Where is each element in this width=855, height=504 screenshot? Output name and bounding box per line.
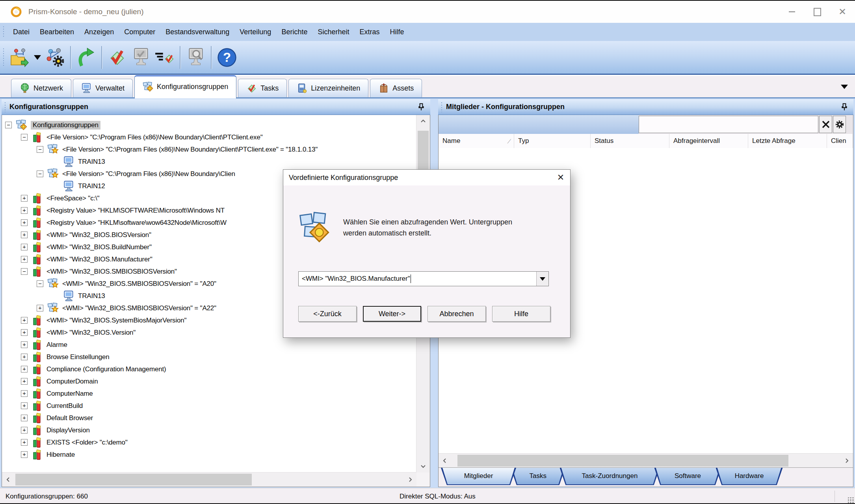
tree-horizontal-scrollbar[interactable] [2, 472, 416, 487]
column-header-letzte abfrage[interactable]: Letzte Abfrage [748, 134, 827, 148]
tree-row[interactable]: +Browse Einstellungen [2, 351, 416, 363]
tree-item-label[interactable]: <WMI> "Win32_BIOS.Manufacturer" [46, 256, 152, 263]
expand-plus-icon[interactable]: + [21, 195, 28, 202]
filter-settings-button[interactable] [833, 116, 846, 133]
expand-plus-icon[interactable]: + [21, 256, 28, 263]
menu-item-datei[interactable]: Datei [8, 23, 35, 41]
expand-plus-icon[interactable]: + [21, 354, 28, 360]
right-panel-header[interactable]: Mitglieder - Konfigurationsgruppen [438, 99, 853, 115]
collapse-minus-icon[interactable]: − [37, 146, 43, 153]
tree-item-label[interactable]: <FreeSpace> "c:\" [46, 195, 99, 202]
expand-plus-icon[interactable]: + [21, 341, 28, 348]
expand-plus-icon[interactable]: + [21, 427, 28, 434]
menu-item-bearbeiten[interactable]: Bearbeiten [35, 23, 79, 41]
tree-item-label[interactable]: ComputerName [46, 390, 93, 398]
expand-plus-icon[interactable]: + [21, 378, 28, 385]
scroll-right-icon[interactable] [404, 472, 416, 487]
collapse-minus-icon[interactable]: − [21, 134, 28, 141]
dialog-button-hilfe[interactable]: Hilfe [492, 306, 550, 322]
expand-plus-icon[interactable]: + [37, 305, 43, 311]
tree-row[interactable]: TRAIN13 [2, 156, 416, 168]
collapse-minus-icon[interactable]: − [37, 280, 43, 287]
tree-item-label[interactable]: <File Version> "C:\Program Files (x86)\N… [62, 146, 318, 154]
tree-item-label[interactable]: Browse Einstellungen [46, 353, 109, 361]
group-by-area[interactable] [439, 115, 639, 134]
network-gear-button[interactable] [43, 45, 67, 70]
tree-item-label[interactable]: CurrentBuild [46, 402, 83, 410]
tab-overflow-button[interactable] [841, 85, 848, 89]
minimize-button[interactable] [779, 1, 805, 23]
collapse-minus-icon[interactable]: − [21, 268, 28, 275]
tree-item-label[interactable]: <WMI> "Win32_BIOS.BIOSVersion" [46, 231, 151, 239]
monitor-check-button[interactable] [129, 45, 153, 70]
scrollbar-thumb[interactable] [457, 455, 788, 467]
expand-plus-icon[interactable]: + [21, 402, 28, 409]
tree-item-label[interactable]: <File Version> "C:\Program Files (x86)\N… [62, 170, 235, 178]
monitor-search-button[interactable] [184, 45, 208, 70]
bottom-tab-tasks[interactable]: Tasks [511, 468, 565, 485]
toolbar-grip[interactable] [2, 48, 5, 67]
maximize-button[interactable] [805, 1, 830, 23]
tree-item-label[interactable]: DisplayVersion [46, 426, 90, 434]
tree-row[interactable]: +Alarme [2, 339, 416, 351]
tree-item-label[interactable]: <WMI> "Win32_BIOS.SMBIOSBIOSVersion" = "… [62, 304, 216, 312]
clear-filter-button[interactable] [819, 116, 832, 133]
expand-plus-icon[interactable]: + [21, 219, 28, 226]
tree-row[interactable]: +DisplayVersion [2, 424, 416, 436]
scroll-left-icon[interactable] [439, 454, 451, 468]
tree-item-label[interactable]: <WMI> "Win32_BIOS.SystemBiosMajorVersion… [46, 317, 186, 324]
expand-plus-icon[interactable]: + [21, 207, 28, 214]
tree-item-label[interactable]: TRAIN13 [78, 158, 105, 166]
tree-item-label[interactable]: Hibernate [46, 451, 75, 459]
pin-icon[interactable] [418, 103, 425, 111]
tree-row[interactable]: +Default Browser [2, 412, 416, 424]
scroll-up-icon[interactable] [416, 115, 430, 128]
tree-item-label[interactable]: <Registry Value> "HKLM\software\wow6432N… [46, 219, 227, 227]
dialog-title-bar[interactable]: Vordefinierte Konfigurationsgruppe ✕ [283, 170, 570, 185]
left-panel-header[interactable]: Konfigurationsgruppen [2, 99, 430, 115]
run-task-button[interactable] [153, 45, 177, 70]
tree-row[interactable]: −Konfigurationsgruppen [2, 119, 416, 131]
menu-item-verteilung[interactable]: Verteilung [234, 23, 276, 41]
expand-plus-icon[interactable]: + [21, 439, 28, 446]
tree-row[interactable]: +CurrentBuild [2, 400, 416, 412]
tree-row[interactable]: −<File Version> "C:\Program Files (x86)\… [2, 131, 416, 143]
menu-item-sicherheit[interactable]: Sicherheit [312, 23, 354, 41]
toolbar-grip[interactable] [2, 26, 5, 38]
tree-row[interactable]: +EXISTS <Folder> "c:\demo" [2, 436, 416, 448]
tree-item-label[interactable]: <File Version> "C:\Program Files (x86)\N… [46, 133, 263, 141]
tree-item-label[interactable]: Default Browser [46, 414, 93, 422]
tree-row[interactable]: +Hibernate [2, 448, 416, 461]
tree-row[interactable]: +Compliance (Configuration Management) [2, 363, 416, 375]
scrollbar-thumb[interactable] [15, 474, 252, 485]
dialog-button-zurück[interactable]: <-Zurück [298, 306, 357, 322]
bottom-tab-task-zuordnungen[interactable]: Task-Zuordnungen [560, 468, 660, 485]
undo-button[interactable] [74, 45, 98, 70]
expand-plus-icon[interactable]: + [21, 366, 28, 372]
tree-item-label[interactable]: <WMI> "Win32_BIOS.SMBIOSBIOSVersion" [46, 268, 177, 276]
pin-icon[interactable] [841, 103, 848, 111]
tree-item-label[interactable]: Alarme [46, 341, 67, 349]
column-header-clien[interactable]: Clien [827, 134, 853, 148]
column-header-typ[interactable]: Typ [514, 134, 591, 148]
column-header-status[interactable]: Status [591, 134, 669, 148]
menu-item-extras[interactable]: Extras [354, 23, 385, 41]
close-button[interactable]: ✕ [830, 1, 855, 23]
tree-item-label[interactable]: <WMI> "Win32_BIOS.SMBIOSBIOSVersion" = "… [62, 280, 216, 288]
collapse-minus-icon[interactable]: − [5, 122, 12, 128]
combobox-dropdown-button[interactable] [536, 272, 548, 286]
column-header-name[interactable]: Name/ [439, 134, 514, 148]
scroll-right-icon[interactable] [840, 454, 853, 468]
tree-item-label[interactable]: EXISTS <Folder> "c:\demo" [46, 439, 128, 447]
tree-row[interactable]: +ComputerDomain [2, 375, 416, 387]
dialog-close-button[interactable]: ✕ [551, 170, 570, 185]
menu-item-bestandsverwaltung[interactable]: Bestandsverwaltung [160, 23, 234, 41]
scroll-left-icon[interactable] [2, 472, 15, 487]
task-check-button[interactable] [106, 45, 129, 70]
expand-plus-icon[interactable]: + [21, 232, 28, 238]
tab-assets[interactable]: Assets [370, 79, 422, 97]
tree-item-label[interactable]: ComputerDomain [46, 378, 98, 385]
tree-item-label[interactable]: TRAIN13 [78, 292, 105, 300]
tab-tasks[interactable]: Tasks [238, 79, 287, 97]
tree-row[interactable]: +ComputerName [2, 387, 416, 400]
